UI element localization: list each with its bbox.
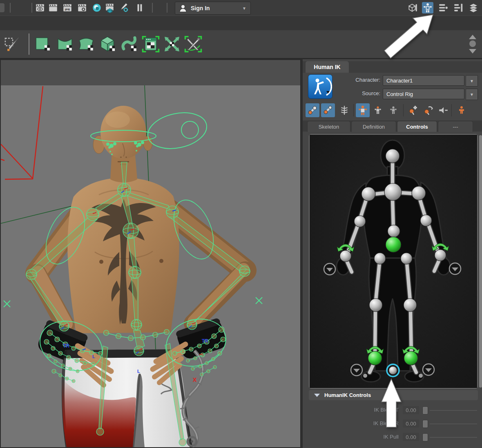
pause-icon[interactable] <box>134 2 145 13</box>
render-view-icon[interactable] <box>34 2 46 13</box>
character-value: Character1 <box>386 78 413 84</box>
uv-editor-glyph <box>141 34 160 54</box>
humanik-toolbar <box>303 103 482 118</box>
surface-texture-1-icon[interactable] <box>56 35 74 53</box>
reference-node[interactable] <box>387 364 399 377</box>
humanik-menu-button[interactable] <box>308 74 332 99</box>
expand-left-foot-button[interactable] <box>351 364 362 376</box>
toolbar-separator <box>451 104 452 116</box>
plane-texture-icon[interactable] <box>33 35 52 53</box>
render-settings-glyph <box>77 2 87 13</box>
toolbar-grip[interactable] <box>152 3 153 13</box>
joint-right-elbow <box>420 215 432 226</box>
tab-definition[interactable]: Definition <box>351 121 396 132</box>
unfold-uv-icon[interactable] <box>163 35 181 53</box>
ik-pull-value[interactable]: 0.00 <box>403 433 419 441</box>
show-skeleton-button[interactable] <box>337 103 351 117</box>
full-body-figure-icon <box>357 105 368 116</box>
bone-icon <box>323 105 333 116</box>
selection-mode-button[interactable] <box>386 103 400 117</box>
speaker-minus-icon <box>438 105 449 116</box>
pin-rotate-icon <box>423 105 434 116</box>
show-bones-button[interactable] <box>321 103 335 117</box>
character-label: Character: <box>339 77 380 83</box>
character-figure-button[interactable] <box>455 103 469 117</box>
uv-editor-icon[interactable] <box>141 35 160 53</box>
character-dropdown-arrow-icon[interactable]: ▼ <box>466 75 478 87</box>
render-settings-icon[interactable] <box>76 2 88 13</box>
pin-translate-button[interactable] <box>406 103 420 117</box>
viewport-scene: TR TR X L L <box>1 60 300 447</box>
body-part-picker[interactable] <box>309 134 478 389</box>
picker-scrollbar[interactable] <box>479 135 482 388</box>
svg-text:IPR: IPR <box>65 8 70 11</box>
hik-tab-bar: Skeleton Definition Controls --- <box>303 120 482 132</box>
source-value: Control Rig <box>386 91 413 97</box>
joint-left-ankle <box>368 351 382 365</box>
render-frame-icon[interactable] <box>47 2 59 13</box>
render-view-glyph <box>35 2 45 13</box>
expand-left-hand-button[interactable] <box>324 263 335 275</box>
tab-human-ik[interactable]: Human IK <box>306 61 349 73</box>
surface-texture-2-glyph <box>77 35 95 53</box>
ik-pull-slider-groove[interactable] <box>430 437 477 438</box>
tab-controls[interactable]: Controls <box>397 121 437 132</box>
ik-blend-r-slider-groove[interactable] <box>430 423 477 424</box>
shelf-scroll-down-icon[interactable] <box>469 49 476 53</box>
character-dropdown[interactable]: Character1 <box>383 75 464 86</box>
joint-chest <box>384 183 402 201</box>
toolbar-separator <box>353 104 354 116</box>
tab-more[interactable]: --- <box>438 121 473 132</box>
attribute-editor-toggle[interactable] <box>437 2 449 13</box>
sign-in-button[interactable]: Sign In ▼ <box>175 2 251 15</box>
collapse-triangle-icon <box>314 393 320 397</box>
pin-rotate-button[interactable] <box>422 103 435 117</box>
source-dropdown-arrow-icon[interactable]: ▼ <box>466 89 478 100</box>
show-effectors-button[interactable] <box>306 103 319 117</box>
ik-blend-r-slider-handle[interactable] <box>422 420 428 428</box>
tool-settings-toggle[interactable] <box>453 2 464 13</box>
render-layers-icon[interactable] <box>104 2 116 13</box>
ik-pull-slider-handle[interactable] <box>422 433 428 441</box>
toolbar-grip[interactable] <box>167 3 167 13</box>
attribute-editor-icon <box>438 2 449 13</box>
toolbar-grip[interactable] <box>10 3 11 13</box>
cut-sew-uv-icon[interactable] <box>184 35 203 53</box>
joint-left-hip <box>374 253 386 264</box>
shelf-scroll-thumb[interactable] <box>469 40 476 47</box>
skeleton-spine-icon <box>339 105 350 116</box>
surface-texture-1-glyph <box>56 35 74 53</box>
curve-texture-icon[interactable] <box>120 35 139 53</box>
select-lasso-glyph <box>4 35 22 53</box>
joint-left-shoulder <box>362 187 375 201</box>
expand-right-foot-button[interactable] <box>423 364 434 375</box>
ipr-render-icon[interactable]: IPR <box>62 2 73 13</box>
cube-texture-icon[interactable] <box>98 35 117 53</box>
toolbar-separator <box>403 104 404 116</box>
channel-box-toggle[interactable] <box>468 2 479 13</box>
rig-label-x: X <box>193 377 197 383</box>
cube-texture-glyph <box>98 35 116 53</box>
ik-blend-t-slider-handle[interactable] <box>422 406 428 415</box>
unfold-uv-glyph <box>163 35 181 53</box>
joint-head <box>386 149 399 163</box>
tool-settings-icon <box>453 2 464 13</box>
surface-texture-2-icon[interactable] <box>77 35 96 53</box>
expand-right-hand-button[interactable] <box>449 263 461 274</box>
body-part-mode-button[interactable] <box>371 103 385 117</box>
viewport-panel[interactable]: TR TR X L L <box>0 59 301 448</box>
maya-window: IPR <box>0 0 482 448</box>
toolbar-grip[interactable] <box>31 3 32 13</box>
paint-effects-render-icon[interactable] <box>118 2 130 13</box>
ipr-render-glyph: IPR <box>62 2 73 13</box>
tab-skeleton[interactable]: Skeleton <box>307 121 350 132</box>
render-setup-icon[interactable] <box>91 2 103 13</box>
ik-blend-t-slider-groove[interactable] <box>430 410 477 411</box>
full-body-mode-button[interactable] <box>356 103 370 117</box>
mute-solver-button[interactable] <box>436 103 450 117</box>
select-lasso-icon[interactable] <box>3 35 22 53</box>
source-dropdown[interactable]: Control Rig <box>383 89 464 99</box>
viewport-top-strip <box>1 60 300 85</box>
shelf-scroll-up-icon[interactable] <box>469 35 476 39</box>
orange-figure-icon <box>457 105 466 115</box>
